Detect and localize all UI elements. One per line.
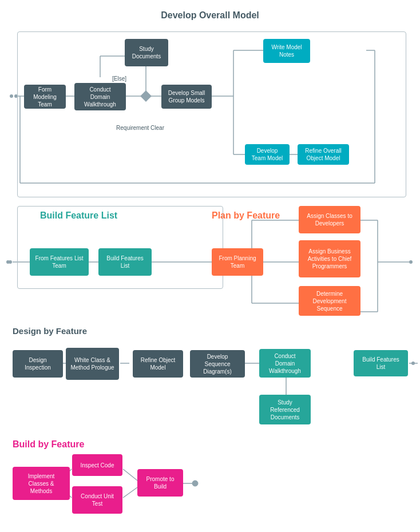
- conduct-unit-test-node: Conduct Unit Test: [72, 486, 122, 514]
- svg-point-49: [192, 481, 198, 486]
- plan-by-feature-title: Plan by Feature: [212, 211, 280, 221]
- svg-line-47: [123, 487, 137, 498]
- white-class-method-prologue-node: White Class & Method Prologue: [66, 348, 119, 380]
- refine-overall-object-model-node: Refine Overall Object Model: [298, 144, 349, 165]
- design-by-feature-title: Design by Feature: [13, 326, 87, 336]
- build-features-list-2-node: Build Features List: [354, 350, 408, 376]
- design-inspection-node: Design Inspection: [13, 350, 63, 378]
- develop-team-model-node: Develop Team Model: [245, 144, 290, 165]
- from-features-list-team-node: From Features List Team: [30, 248, 89, 276]
- svg-point-33: [409, 260, 413, 264]
- svg-point-20: [9, 260, 12, 264]
- develop-small-group-models-node: Develop Small Group Models: [161, 85, 212, 109]
- assign-classes-developers-node: Assign Classes to Developers: [299, 206, 360, 233]
- page-title: Develop Overall Model: [0, 10, 420, 21]
- svg-point-39: [411, 362, 415, 365]
- conduct-domain-walkthrough-2-node: Conduct Domain Walkthrough: [259, 349, 311, 378]
- diagram-container: Develop Overall Model: [0, 0, 420, 532]
- build-feature-list-title: Build Feature List: [40, 211, 117, 221]
- svg-point-21: [6, 260, 10, 264]
- build-features-list-1-node: Build Features List: [98, 248, 152, 276]
- inspect-code-node: Inspect Code: [72, 454, 122, 476]
- develop-sequence-diagrams-node: Develop Sequence Diagram(s): [190, 350, 245, 378]
- svg-point-0: [10, 94, 13, 98]
- from-planning-team-node: From Planning Team: [212, 248, 263, 276]
- develop-overall-model-box: [17, 31, 406, 197]
- refine-object-model-node: Refine Object Model: [133, 350, 183, 378]
- conduct-domain-walkthrough-1-node: Conduct Domain Walkthrough: [74, 83, 126, 110]
- study-referenced-documents-node: Study Referenced Documents: [259, 395, 311, 424]
- study-documents-node: Study Documents: [125, 39, 168, 66]
- form-modeling-team-node: Form Modeling Team: [24, 85, 66, 109]
- promote-to-build-node: Promote to Build: [137, 469, 183, 497]
- assign-business-activities-node: Assign Business Activities to Chief Prog…: [299, 240, 360, 277]
- implement-classes-methods-node: Implement Classes & Methods: [13, 467, 70, 500]
- svg-line-46: [123, 469, 137, 481]
- determine-development-sequence-node: Determine Development Sequence: [299, 286, 360, 316]
- build-by-feature-title: Build by Feature: [13, 439, 84, 450]
- write-model-notes-node: Write Model Notes: [263, 39, 310, 63]
- else-label: [Else]: [112, 76, 126, 82]
- requirement-clear-label: Requirement Clear: [114, 125, 166, 131]
